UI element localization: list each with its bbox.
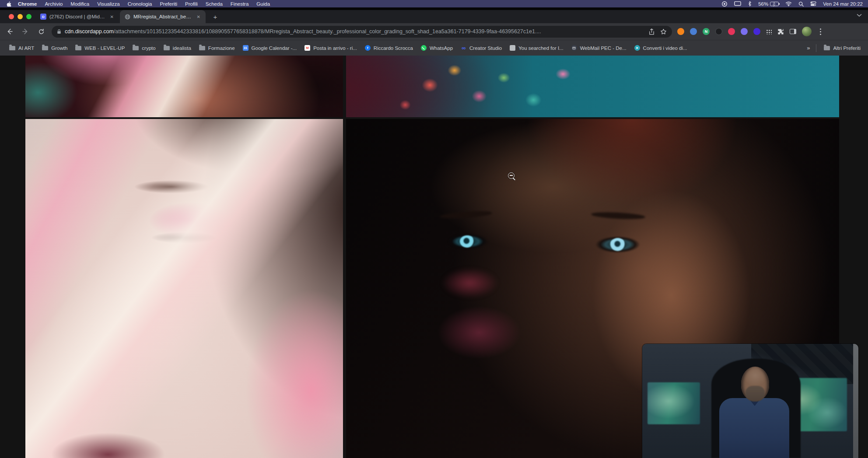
bookmark-you-searched[interactable]: You searched for I... [506,43,567,53]
metamask-extension-icon[interactable] [677,28,684,35]
bookmarks-overflow-chevron[interactable]: » [804,45,812,51]
folder-icon [824,46,830,50]
menu-finestra[interactable]: Finestra [227,1,253,7]
lock-icon[interactable] [57,29,61,34]
battery-indicator[interactable]: 56% [758,1,779,7]
new-tab-button[interactable]: + [211,12,220,21]
menu-preferiti[interactable]: Preferiti [156,1,181,7]
maximize-window-button[interactable] [26,14,32,19]
dark-extension-icon[interactable] [715,28,722,35]
spotlight-search-icon[interactable] [798,1,804,7]
apple-logo-icon[interactable] [6,1,11,7]
battery-percent: 56% [758,1,768,7]
macos-desktop: { "menubar": { "items": ["Chrome", "Arch… [0,0,868,458]
tab-image-close-icon[interactable]: ✕ [196,14,201,19]
bookmark-creator-studio[interactable]: ∞Creator Studio [457,43,506,53]
bookmark-web-level-up[interactable]: WEB - LEVEL-UP [71,43,129,53]
image-grid-top-left[interactable] [25,56,343,117]
presenter-torso [719,398,789,458]
wall-edge [853,344,858,458]
screen-record-icon[interactable] [721,1,728,7]
blue-iris [460,235,475,248]
reload-button[interactable] [35,25,47,38]
google-calendar-icon: 31 [243,45,248,51]
bookmark-webmail-pec[interactable]: WebMail PEC - De... [567,43,630,53]
webmail-icon [571,45,577,51]
bookmark-idealista[interactable]: idealista [160,43,195,53]
menu-guida[interactable]: Guida [252,1,274,7]
menu-archivio[interactable]: Archivio [41,1,66,7]
red-extension-icon[interactable] [728,28,735,35]
video-converter-icon [634,45,640,51]
tab-image-label: MRregista_Abstract_beauty._... [133,14,192,19]
extensions-puzzle-icon[interactable] [777,28,784,35]
folder-icon [199,46,205,50]
blue-extension-icon[interactable] [690,28,697,35]
chrome-tab-strip: D (2762) Discord | @Midjourney ✕ MRregis… [0,10,868,23]
forward-button[interactable] [19,25,32,38]
bookmark-google-calendar[interactable]: 31Google Calendar -... [239,43,301,53]
portrait-left-eye [448,234,488,249]
presenter-beard [746,386,765,402]
menu-modifica[interactable]: Modifica [66,1,93,7]
bookmark-star-icon[interactable] [660,28,667,35]
apps-grid-icon[interactable] [766,29,772,35]
folder-icon [164,46,170,50]
bookmark-growth[interactable]: Growth [38,43,71,53]
globe-favicon [124,14,130,20]
close-window-button[interactable] [9,14,14,19]
menu-cronologia[interactable]: Cronologia [124,1,156,7]
menu-clock[interactable]: Ven 24 mar 20:22 [823,1,863,7]
discord-favicon: D [40,14,46,20]
tab-discord-close-icon[interactable]: ✕ [109,14,115,19]
extensions-row: N [677,27,824,36]
share-icon[interactable] [649,28,654,35]
chrome-menu-kebab-icon[interactable] [820,31,821,32]
menu-items: Chrome Archivio Modifica Visualizza Cron… [5,1,274,7]
bookmarks-bar: AI ART Growth WEB - LEVEL-UP crypto idea… [0,40,868,56]
bookmark-ai-art[interactable]: AI ART [5,43,38,53]
tab-discord-label: (2762) Discord | @Midjourney [49,14,105,19]
image-grid-top-right[interactable] [346,56,839,117]
side-panel-icon[interactable] [790,29,796,34]
charging-bolt-icon [773,2,776,7]
address-bar[interactable]: cdn.discordapp.com /attachments/10135123… [52,26,672,38]
bookmark-gmail-inbox[interactable]: MPosta in arrivo - ri... [301,43,361,53]
menu-scheda[interactable]: Scheda [202,1,227,7]
tab-image-active[interactable]: MRregista_Abstract_beauty._... ✕ [120,10,206,23]
menu-status-area: 56% Ven 24 mar 20:22 [721,1,863,7]
battery-icon [770,2,779,6]
screen-mirroring-icon[interactable] [734,1,741,7]
portrait-right-eye [595,236,640,253]
bookmark-formazione[interactable]: Formazione [195,43,239,53]
webcam-video-overlay [642,344,858,458]
control-center-icon[interactable] [810,1,816,6]
tab-search-chevron-icon[interactable] [857,14,862,17]
bookmark-whatsapp[interactable]: WhatsApp [417,43,457,53]
image-grid-bottom-left-portrait[interactable] [25,119,343,458]
minimize-window-button[interactable] [18,14,23,19]
page-icon [510,45,515,51]
other-bookmarks[interactable]: Altri Preferiti [820,43,864,53]
wifi-icon[interactable] [785,1,792,6]
url-path: /attachments/1013512335442333816/1088905… [114,28,541,35]
menu-app-name[interactable]: Chrome [14,1,41,7]
indigo-extension-icon[interactable] [753,28,760,35]
folder-icon [133,46,139,50]
menu-visualizza[interactable]: Visualizza [93,1,124,7]
bookmark-video-converter[interactable]: Converti i video di... [630,43,691,53]
profile-avatar[interactable] [802,27,812,36]
bookmark-crypto[interactable]: crypto [129,43,159,53]
background-monitor-left [648,382,700,424]
meta-infinity-icon: ∞ [461,45,466,51]
back-button[interactable] [4,25,16,38]
purple-extension-icon[interactable] [741,28,748,35]
gmail-icon: M [304,45,310,51]
green-n-extension-icon[interactable]: N [703,28,710,35]
bookmark-facebook-profile[interactable]: fRiccardo Scrocca [361,43,417,53]
tab-discord[interactable]: D (2762) Discord | @Midjourney ✕ [36,10,119,23]
chrome-toolbar: cdn.discordapp.com /attachments/10135123… [0,23,868,40]
menu-profili[interactable]: Profili [181,1,202,7]
facebook-icon: f [365,45,371,51]
bluetooth-icon[interactable] [748,1,752,7]
